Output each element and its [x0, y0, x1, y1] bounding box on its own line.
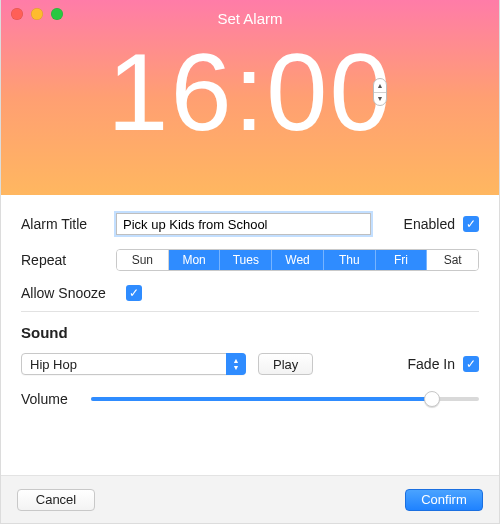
- repeat-day-wed[interactable]: Wed: [272, 250, 324, 270]
- repeat-day-fri[interactable]: Fri: [376, 250, 428, 270]
- zoom-window-button[interactable]: [51, 8, 63, 20]
- fade-in-label: Fade In: [408, 356, 455, 372]
- enabled-checkbox[interactable]: ✓: [463, 216, 479, 232]
- repeat-day-segmented[interactable]: SunMonTuesWedThuFriSat: [116, 249, 479, 271]
- alarm-time-display: 16:00: [107, 37, 392, 147]
- window-controls: [11, 8, 63, 20]
- sound-section-title: Sound: [21, 324, 479, 341]
- minimize-window-button[interactable]: [31, 8, 43, 20]
- form-content: Alarm Title Enabled ✓ Repeat SunMonTuesW…: [1, 195, 499, 409]
- play-sound-button[interactable]: Play: [258, 353, 313, 375]
- repeat-day-sun[interactable]: Sun: [117, 250, 169, 270]
- time-stepper-down-icon[interactable]: ▼: [374, 93, 386, 106]
- repeat-day-mon[interactable]: Mon: [169, 250, 221, 270]
- close-window-button[interactable]: [11, 8, 23, 20]
- confirm-button[interactable]: Confirm: [405, 489, 483, 511]
- alarm-title-label: Alarm Title: [21, 216, 116, 232]
- time-stepper[interactable]: ▲ ▼: [373, 78, 387, 106]
- volume-fill: [91, 397, 432, 401]
- cancel-button[interactable]: Cancel: [17, 489, 95, 511]
- volume-label: Volume: [21, 391, 91, 407]
- allow-snooze-checkbox[interactable]: ✓: [126, 285, 142, 301]
- divider: [21, 311, 479, 312]
- time-stepper-up-icon[interactable]: ▲: [374, 79, 386, 93]
- repeat-day-sat[interactable]: Sat: [427, 250, 478, 270]
- header: Set Alarm 16:00 ▲ ▼: [1, 0, 499, 195]
- enabled-label: Enabled: [404, 216, 455, 232]
- sound-select[interactable]: Hip Hop ▲▼: [21, 353, 246, 375]
- repeat-day-tues[interactable]: Tues: [220, 250, 272, 270]
- fade-in-checkbox[interactable]: ✓: [463, 356, 479, 372]
- repeat-label: Repeat: [21, 252, 116, 268]
- set-alarm-window: Set Alarm 16:00 ▲ ▼ Alarm Title Enabled …: [0, 0, 500, 524]
- volume-thumb[interactable]: [424, 391, 440, 407]
- volume-slider[interactable]: [91, 389, 479, 409]
- sound-select-value: Hip Hop: [21, 353, 246, 375]
- chevron-up-down-icon: ▲▼: [226, 353, 246, 375]
- allow-snooze-label: Allow Snooze: [21, 285, 126, 301]
- volume-track: [91, 397, 479, 401]
- window-title: Set Alarm: [1, 10, 499, 27]
- alarm-title-input[interactable]: [116, 213, 371, 235]
- repeat-day-thu[interactable]: Thu: [324, 250, 376, 270]
- footer: Cancel Confirm: [1, 475, 499, 523]
